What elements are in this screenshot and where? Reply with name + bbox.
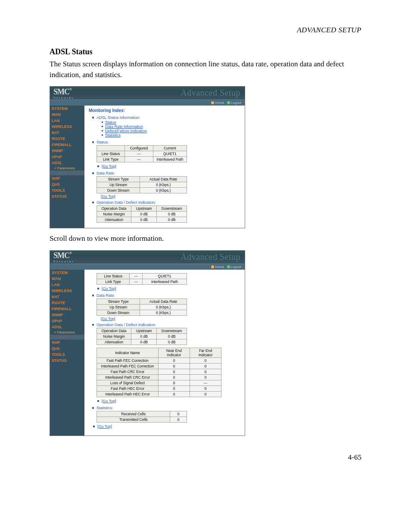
logo: SMC®Networks [53,87,75,99]
sidebar-item-snmp[interactable]: SNMP [50,312,84,318]
info-link[interactable]: Status [102,120,240,124]
status-table: ConfiguredCurrentLine Status---QUIET1Lin… [97,145,187,162]
content-area: Line Status---QUIET1Link Type---Interlea… [84,270,245,436]
sidebar-item-tools[interactable]: TOOLS [50,352,84,358]
sidebar-item-status[interactable]: STATUS [50,193,84,199]
sidebar-item-voip[interactable]: VoIP [50,175,84,181]
tab-logout[interactable]: Logout [227,101,241,105]
scroll-paragraph: Scroll down to view more information. [50,233,361,244]
sidebar: SYSTEMWANLANWIRELESSNATROUTEFIREWALLSNMP… [50,106,84,228]
screenshot-1: SMC®Networks Advanced Setup Home Logout … [50,86,245,228]
sidebar-item-nat[interactable]: NAT [50,130,84,136]
sidebar-item-voip[interactable]: VoIP [50,339,84,345]
sidebar-item-upnp[interactable]: UPnP [50,318,84,324]
sidebar-item-parameters[interactable]: » Parameters [50,166,84,171]
sidebar-item-wireless[interactable]: WIRELESS [50,124,84,130]
ss-topbar: SMC®Networks Advanced Setup [50,251,245,264]
info-link[interactable]: Statistics [102,133,240,137]
sidebar-item-adsl[interactable]: ADSL [50,160,84,166]
opdata-table: Operation DataUpstreamDownstreamNoise Ma… [97,328,187,345]
sidebar: SYSTEMWANLANWIRELESSNATROUTEFIREWALLSNMP… [50,270,84,436]
adsl-info-label: ADSL Status Information: StatusData Rate… [92,115,240,137]
sidebar-item-route[interactable]: ROUTE [50,300,84,306]
sidebar-item-snmp[interactable]: SNMP [50,148,84,154]
stats-label: Statistics: [92,406,240,410]
sidebar-item-lan[interactable]: LAN [50,118,84,124]
status-label: Status: [92,140,240,144]
datarate-label: Data Rate: [92,171,240,175]
intro-paragraph: The Status screen displays information o… [50,59,361,80]
sidebar-item-wireless[interactable]: WIRELESS [50,288,84,294]
gotop-link[interactable]: [Go Top] [97,399,240,403]
logo: SMC®Networks [53,251,75,263]
info-link[interactable]: Defect/Failure Indication [102,129,240,133]
sidebar-item-route[interactable]: ROUTE [50,136,84,142]
tab-home[interactable]: Home [211,101,224,105]
ss-tabbar: Home Logout [50,100,245,106]
section-title: ADSL Status [50,47,361,56]
content-area: Monitoring Index: ADSL Status Informatio… [84,106,245,228]
sidebar-item-firewall[interactable]: FIREWALL [50,142,84,148]
sidebar-item-status[interactable]: STATUS [50,358,84,364]
tagline: Advanced Setup [181,88,240,98]
sidebar-item-nat[interactable]: NAT [50,294,84,300]
monitoring-title: Monitoring Index: [89,108,240,113]
opdata-label: Operation Data / Defect Indication: [92,200,240,205]
tab-home[interactable]: Home [211,265,224,269]
gotop-link[interactable]: [Go Top] [97,164,240,168]
sidebar-item-system[interactable]: SYSTEM [50,270,84,276]
ss-tabbar: Home Logout [50,264,245,270]
indicator-table: Indicator NameNear End IndicatorFar End … [97,348,221,397]
sidebar-item-firewall[interactable]: FIREWALL [50,306,84,312]
datarate-label: Data Rate: [92,293,240,298]
sidebar-item-lan[interactable]: LAN [50,282,84,288]
info-link[interactable]: Data Rate Information [102,124,240,129]
status-table: Line Status---QUIET1Link Type---Interlea… [97,273,187,285]
opdata-table: Operation DataUpstreamDownstreamNoise Ma… [97,205,187,223]
page-header: ADVANCED SETUP [50,26,361,34]
sidebar-item-wan[interactable]: WAN [50,112,84,118]
gotop-link[interactable]: [Go Top] [93,424,240,429]
sidebar-item-status[interactable]: » Status [50,335,84,339]
sidebar-item-system[interactable]: SYSTEM [50,106,84,112]
sidebar-item-parameters[interactable]: » Parameters [50,330,84,335]
sidebar-item-upnp[interactable]: UPnP [50,154,84,160]
ss-topbar: SMC®Networks Advanced Setup [50,87,245,100]
gotop-link[interactable]: [Go Top] [101,194,240,199]
datarate-table: Stream TypeActual Data RateUp Stream0 (K… [97,299,187,316]
stats-table: Received Cells0Transmitted Cells0 [97,411,187,423]
sidebar-item-wan[interactable]: WAN [50,276,84,282]
sidebar-item-tools[interactable]: TOOLS [50,187,84,193]
tagline: Advanced Setup [181,252,240,262]
sidebar-item-qos[interactable]: QoS [50,181,84,187]
tab-logout[interactable]: Logout [227,265,241,269]
datarate-table: Stream TypeActual Data RateUp Stream0 (K… [97,176,187,193]
sidebar-item-adsl[interactable]: ADSL [50,324,84,330]
sidebar-item-status[interactable]: » Status [50,171,84,175]
page-number: 4-65 [50,453,361,462]
screenshot-2: SMC®Networks Advanced Setup Home Logout … [50,250,245,436]
gotop-link[interactable]: [Go Top] [97,286,240,291]
opdata-label: Operation Data / Defect Indication: [92,323,240,327]
gotop-link[interactable]: [Go Top] [101,317,240,321]
sidebar-item-qos[interactable]: QoS [50,345,84,352]
